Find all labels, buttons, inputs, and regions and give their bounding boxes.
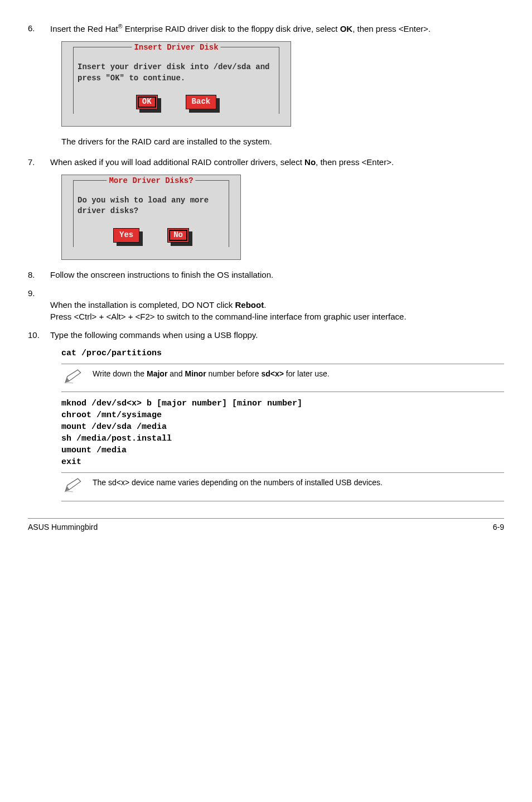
minor-bold: Minor [185, 369, 206, 378]
yes-button[interactable]: Yes [113, 228, 139, 243]
page-footer: ASUS Hummingbird 6-9 [28, 518, 504, 533]
text: for later use. [284, 369, 330, 378]
note-1: Write down the Major and Minor number be… [61, 364, 504, 393]
dialog-text: Insert your driver disk into /dev/sda an… [62, 52, 291, 88]
step-9-number: 9. [28, 287, 50, 322]
code-block-2: mknod /dev/sd<x> b [major number] [minor… [61, 398, 504, 468]
note-2-text: The sd<x> device name varies depending o… [93, 477, 383, 489]
sdx-bold: sd<x> [261, 369, 283, 378]
major-bold: Major [147, 369, 167, 378]
text: Enterprise RAID driver disk to the flopp… [122, 24, 340, 33]
text: When the installation is completed, DO N… [50, 300, 235, 310]
step-7-text: When asked if you will load additional R… [50, 156, 504, 168]
step-10: 10. Type the following commands when usi… [28, 329, 504, 341]
insert-driver-dialog: Insert Driver Disk Insert your driver di… [61, 41, 291, 127]
text: and [167, 369, 185, 378]
dialog-text: Do you wish to load any more driver disk… [62, 185, 240, 221]
step-9-text: When the installation is completed, DO N… [50, 287, 504, 322]
step-10-number: 10. [28, 329, 50, 341]
text: , then press <Enter>. [352, 24, 431, 33]
dialog-title: Insert Driver Disk [132, 42, 220, 54]
dialog-title: More Driver Disks? [107, 176, 195, 187]
step-10-text: Type the following commands when using a… [50, 329, 504, 341]
text: Write down the [93, 369, 147, 378]
reboot-bold: Reboot [235, 300, 264, 310]
pencil-icon [64, 369, 83, 388]
pencil-icon [64, 477, 83, 496]
step-7: 7. When asked if you will load additiona… [28, 156, 504, 168]
text: Insert the Red Hat [50, 24, 118, 33]
step-6-text: Insert the Red Hat® Enterprise RAID driv… [50, 22, 504, 35]
step-6-number: 6. [28, 22, 50, 35]
step-9: 9. When the installation is completed, D… [28, 287, 504, 322]
note-2: The sd<x> device name varies depending o… [61, 472, 504, 501]
text: When asked if you will load additional R… [50, 157, 304, 167]
step-6: 6. Insert the Red Hat® Enterprise RAID d… [28, 22, 504, 35]
note-1-text: Write down the Major and Minor number be… [93, 369, 330, 380]
code-block-1: cat /proc/partitions [61, 347, 504, 359]
text: number before [206, 369, 262, 378]
footer-left: ASUS Hummingbird [28, 522, 98, 533]
no-bold: No [304, 157, 316, 167]
step-7-number: 7. [28, 156, 50, 168]
no-button[interactable]: No [167, 228, 189, 243]
text: , then press <Enter>. [316, 157, 394, 167]
step-8: 8. Follow the onscreen instructions to f… [28, 269, 504, 281]
step-8-number: 8. [28, 269, 50, 281]
after-step6-text: The drivers for the RAID card are instal… [61, 136, 504, 147]
ok-button[interactable]: OK [136, 95, 158, 109]
ok-bold: OK [340, 24, 353, 33]
more-driver-dialog: More Driver Disks? Do you wish to load a… [61, 175, 241, 260]
footer-right: 6-9 [493, 522, 504, 533]
step-8-text: Follow the onscreen instructions to fini… [50, 269, 504, 281]
back-button[interactable]: Back [186, 95, 217, 109]
